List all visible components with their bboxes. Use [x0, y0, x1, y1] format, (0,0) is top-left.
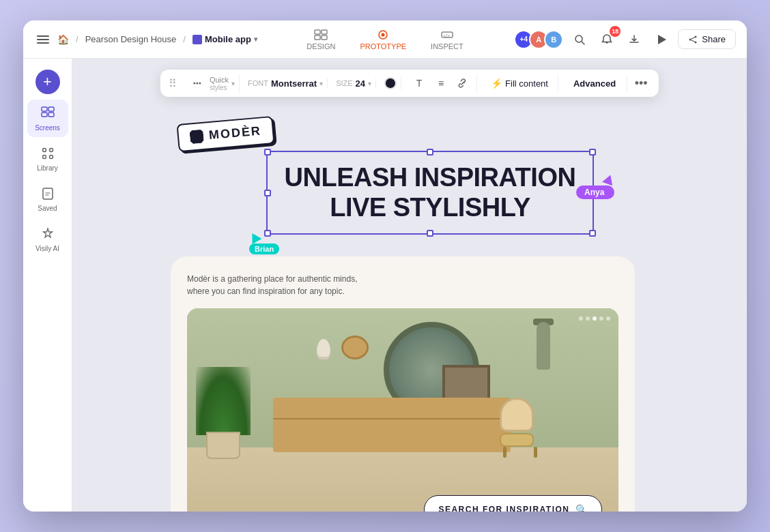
search-text: SEARCH FOR INSPIRATION	[438, 505, 569, 512]
top-bar: 🏠 / Pearson Design House / Mobile app ▾ …	[23, 20, 747, 59]
visily-ai-label: Visily AI	[35, 245, 59, 252]
fill-content-group: ⚡ Fill content	[481, 75, 558, 91]
handle-tl[interactable]	[264, 149, 271, 156]
size-group: SIZE 24 ▾	[332, 78, 376, 89]
chair	[500, 398, 541, 452]
quick-styles-group: Quick styles ▾	[184, 74, 240, 93]
dropdown-arrow-icon: ▾	[254, 35, 257, 43]
cabinet-items	[317, 336, 369, 359]
add-button[interactable]: +	[35, 70, 60, 94]
handle-ml[interactable]	[264, 190, 271, 196]
top-bar-left: 🏠 / Pearson Design House / Mobile app ▾	[34, 33, 297, 46]
plant-leaves-left	[196, 367, 251, 435]
svg-text:</>: </>	[443, 33, 450, 38]
sidebar-item-visily-ai[interactable]: Visily AI	[27, 220, 68, 258]
basket	[341, 336, 369, 359]
dot-3	[593, 316, 597, 321]
svg-rect-24	[43, 188, 53, 199]
link-btn[interactable]	[453, 74, 472, 93]
chair-leg-right	[534, 447, 537, 458]
avatar-2: B	[544, 30, 563, 49]
more-options-btn[interactable]: •••	[631, 74, 651, 93]
svg-point-25	[193, 83, 195, 85]
svg-line-14	[691, 40, 695, 42]
moder-badge-text: MODÈR	[208, 123, 262, 143]
color-picker[interactable]	[384, 77, 397, 89]
headline-line-2: LIVE STYLISHLY	[279, 193, 582, 223]
avatar-group: +4 A B	[514, 30, 563, 49]
sidebar-item-saved[interactable]: Saved	[27, 180, 68, 218]
svg-rect-17	[48, 107, 54, 111]
canvas-content: MODÈR Brian Anya	[171, 113, 648, 509]
text-align-btn[interactable]: ≡	[431, 74, 451, 93]
handle-tm[interactable]	[427, 149, 433, 156]
room-scene	[187, 308, 618, 512]
play-btn[interactable]	[651, 29, 672, 50]
room-lamp	[533, 322, 554, 390]
chair-seat	[500, 433, 534, 447]
font-label: FONT	[248, 79, 268, 87]
text-style-btn[interactable]: T	[410, 74, 429, 93]
screens-icon	[40, 105, 56, 121]
hamburger-menu[interactable]	[34, 33, 52, 46]
design-mode-label: DESIGN	[306, 42, 335, 50]
chair-leg-left	[503, 447, 507, 458]
svg-line-9	[582, 42, 584, 44]
text-format-group: T ≡	[405, 74, 477, 93]
font-group: FONT Montserrat ▾	[244, 78, 328, 89]
advanced-group: Advanced	[562, 76, 627, 91]
top-bar-right: +4 A B 18 Share	[473, 29, 736, 50]
dot-indicators	[579, 316, 610, 321]
content-card: Modèr is a gathering place for authentic…	[171, 256, 635, 512]
room-plant-left	[196, 364, 251, 459]
search-bar[interactable]: SEARCH FOR INSPIRATION 🔍	[424, 495, 602, 512]
handle-bm[interactable]	[427, 230, 433, 237]
saved-label: Saved	[38, 205, 57, 212]
mode-inspect-btn[interactable]: </> INSPECT	[421, 25, 473, 55]
size-dropdown-icon[interactable]: ▾	[368, 80, 371, 87]
card-tagline: Modèr is a gathering place for authentic…	[187, 273, 365, 297]
drag-handle-icon[interactable]: ⠿	[169, 77, 177, 90]
mode-prototype-btn[interactable]: PROTOTYPE	[350, 25, 416, 55]
mode-design-btn[interactable]: DESIGN	[297, 25, 345, 55]
headline-text-box[interactable]: UNLEASH INSPIRATION LIVE STYLISHLY	[266, 151, 594, 235]
svg-rect-3	[322, 35, 327, 40]
notification-badge: 18	[610, 26, 621, 37]
cursor-brian: Brian	[249, 233, 279, 254]
svg-point-22	[42, 156, 46, 159]
visily-ai-icon	[40, 226, 56, 242]
sidebar-item-screens[interactable]: Screens	[27, 100, 68, 137]
handle-br[interactable]	[589, 230, 596, 237]
download-btn[interactable]	[623, 29, 645, 50]
quick-styles-dropdown-icon[interactable]: ▾	[231, 80, 235, 87]
canvas-area[interactable]: ⠿ Quick styles ▾ FONT Montserrat ▾	[72, 59, 747, 512]
quick-styles-btn[interactable]	[188, 74, 207, 93]
breadcrumb-sep-1: /	[76, 34, 79, 44]
size-value: 24	[356, 78, 365, 89]
dot-2	[586, 316, 590, 321]
headline-text: UNLEASH INSPIRATION LIVE STYLISHLY	[279, 163, 582, 222]
fill-content-btn[interactable]: ⚡ Fill content	[485, 75, 554, 91]
dot-1	[579, 316, 583, 321]
svg-point-23	[49, 156, 53, 159]
share-label: Share	[702, 34, 726, 44]
brian-cursor-label: Brian	[249, 243, 279, 254]
card-image: SEARCH FOR INSPIRATION 🔍	[187, 308, 618, 512]
chair-back	[500, 398, 534, 432]
app-window: 🏠 / Pearson Design House / Mobile app ▾ …	[23, 20, 747, 512]
cursor-anya: Anya	[576, 175, 614, 199]
dot-4	[599, 316, 603, 321]
cabinet-shelf	[273, 418, 511, 419]
font-dropdown-icon[interactable]: ▾	[319, 80, 323, 87]
anya-cursor-label: Anya	[576, 186, 614, 199]
svg-rect-18	[42, 113, 47, 117]
search-btn[interactable]	[569, 29, 590, 50]
svg-point-27	[199, 83, 201, 85]
home-icon[interactable]: 🏠	[57, 34, 69, 45]
advanced-button[interactable]: Advanced	[567, 76, 623, 91]
share-button[interactable]: Share	[678, 29, 736, 49]
chair-legs	[500, 447, 541, 458]
handle-tr[interactable]	[589, 149, 596, 156]
sidebar-item-library[interactable]: Library	[27, 140, 68, 177]
breadcrumb-current[interactable]: Mobile app ▾	[192, 34, 257, 44]
